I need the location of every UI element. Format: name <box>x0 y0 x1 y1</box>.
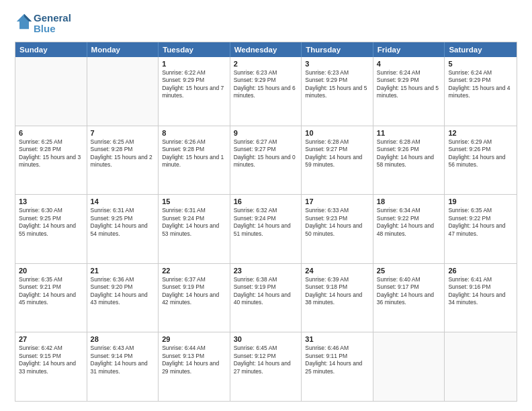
day-number: 11 <box>377 129 441 137</box>
calendar-cell-2: 2Sunrise: 6:23 AM Sunset: 9:29 PM Daylig… <box>230 57 302 126</box>
day-number: 25 <box>377 267 441 275</box>
day-number: 28 <box>91 335 155 343</box>
cell-info: Sunrise: 6:44 AM Sunset: 9:13 PM Dayligh… <box>162 345 226 375</box>
calendar-header: SundayMondayTuesdayWednesdayThursdayFrid… <box>15 42 517 57</box>
cell-info: Sunrise: 6:38 AM Sunset: 9:19 PM Dayligh… <box>234 276 298 307</box>
calendar-cell-empty <box>445 332 517 401</box>
calendar-cell-1: 1Sunrise: 6:22 AM Sunset: 9:29 PM Daylig… <box>159 57 230 126</box>
calendar-cell-6: 6Sunrise: 6:25 AM Sunset: 9:28 PM Daylig… <box>15 126 87 195</box>
calendar-cell-14: 14Sunrise: 6:31 AM Sunset: 9:25 PM Dayli… <box>87 195 159 263</box>
day-number: 26 <box>448 267 513 275</box>
calendar-cell-18: 18Sunrise: 6:34 AM Sunset: 9:22 PM Dayli… <box>373 195 445 263</box>
calendar-row-5: 27Sunrise: 6:42 AM Sunset: 9:15 PM Dayli… <box>15 332 517 401</box>
day-number: 23 <box>234 267 298 275</box>
header-day-tuesday: Tuesday <box>159 42 230 57</box>
calendar-cell-25: 25Sunrise: 6:40 AM Sunset: 9:17 PM Dayli… <box>373 264 445 332</box>
cell-info: Sunrise: 6:46 AM Sunset: 9:11 PM Dayligh… <box>305 345 369 375</box>
cell-info: Sunrise: 6:23 AM Sunset: 9:29 PM Dayligh… <box>305 69 369 100</box>
logo-icon <box>15 12 34 31</box>
day-number: 27 <box>19 335 83 343</box>
calendar-cell-11: 11Sunrise: 6:28 AM Sunset: 9:26 PM Dayli… <box>373 126 445 195</box>
header-day-friday: Friday <box>373 42 445 57</box>
calendar-cell-28: 28Sunrise: 6:43 AM Sunset: 9:14 PM Dayli… <box>87 332 159 401</box>
day-number: 21 <box>91 267 155 275</box>
calendar-cell-29: 29Sunrise: 6:44 AM Sunset: 9:13 PM Dayli… <box>159 332 230 401</box>
calendar-cell-19: 19Sunrise: 6:35 AM Sunset: 9:22 PM Dayli… <box>445 195 517 263</box>
calendar-cell-21: 21Sunrise: 6:36 AM Sunset: 9:20 PM Dayli… <box>87 264 159 332</box>
calendar-cell-20: 20Sunrise: 6:35 AM Sunset: 9:21 PM Dayli… <box>15 264 87 332</box>
calendar: SundayMondayTuesdayWednesdayThursdayFrid… <box>15 42 517 402</box>
calendar-cell-10: 10Sunrise: 6:28 AM Sunset: 9:27 PM Dayli… <box>302 126 373 195</box>
cell-info: Sunrise: 6:28 AM Sunset: 9:26 PM Dayligh… <box>377 138 441 169</box>
day-number: 14 <box>91 197 155 205</box>
day-number: 18 <box>377 197 441 205</box>
cell-info: Sunrise: 6:34 AM Sunset: 9:22 PM Dayligh… <box>377 207 441 238</box>
calendar-cell-3: 3Sunrise: 6:23 AM Sunset: 9:29 PM Daylig… <box>302 57 373 126</box>
calendar-cell-16: 16Sunrise: 6:32 AM Sunset: 9:24 PM Dayli… <box>230 195 302 263</box>
cell-info: Sunrise: 6:25 AM Sunset: 9:28 PM Dayligh… <box>19 138 83 169</box>
cell-info: Sunrise: 6:31 AM Sunset: 9:24 PM Dayligh… <box>162 207 226 238</box>
day-number: 7 <box>91 129 155 137</box>
cell-info: Sunrise: 6:39 AM Sunset: 9:18 PM Dayligh… <box>305 276 369 307</box>
calendar-cell-empty <box>373 332 445 401</box>
cell-info: Sunrise: 6:33 AM Sunset: 9:23 PM Dayligh… <box>305 207 369 238</box>
day-number: 12 <box>448 129 513 137</box>
day-number: 30 <box>234 335 298 343</box>
calendar-cell-7: 7Sunrise: 6:25 AM Sunset: 9:28 PM Daylig… <box>87 126 159 195</box>
header-day-wednesday: Wednesday <box>230 42 302 57</box>
day-number: 15 <box>162 197 226 205</box>
calendar-cell-17: 17Sunrise: 6:33 AM Sunset: 9:23 PM Dayli… <box>302 195 373 263</box>
calendar-cell-12: 12Sunrise: 6:29 AM Sunset: 9:26 PM Dayli… <box>445 126 517 195</box>
cell-info: Sunrise: 6:35 AM Sunset: 9:22 PM Dayligh… <box>448 207 513 238</box>
calendar-cell-26: 26Sunrise: 6:41 AM Sunset: 9:16 PM Dayli… <box>445 264 517 332</box>
page-header: General Blue <box>15 12 517 35</box>
cell-info: Sunrise: 6:41 AM Sunset: 9:16 PM Dayligh… <box>448 276 513 307</box>
cell-info: Sunrise: 6:35 AM Sunset: 9:21 PM Dayligh… <box>19 276 83 307</box>
cell-info: Sunrise: 6:23 AM Sunset: 9:29 PM Dayligh… <box>234 69 298 100</box>
logo: General Blue <box>15 12 71 35</box>
cell-info: Sunrise: 6:26 AM Sunset: 9:28 PM Dayligh… <box>162 138 226 169</box>
day-number: 16 <box>234 197 298 205</box>
day-number: 13 <box>19 197 83 205</box>
day-number: 3 <box>305 60 369 68</box>
calendar-row-2: 6Sunrise: 6:25 AM Sunset: 9:28 PM Daylig… <box>15 126 517 195</box>
header-day-sunday: Sunday <box>15 42 87 57</box>
cell-info: Sunrise: 6:25 AM Sunset: 9:28 PM Dayligh… <box>91 138 155 169</box>
calendar-cell-9: 9Sunrise: 6:27 AM Sunset: 9:27 PM Daylig… <box>230 126 302 195</box>
day-number: 9 <box>234 129 298 137</box>
calendar-body: 1Sunrise: 6:22 AM Sunset: 9:29 PM Daylig… <box>15 57 517 401</box>
cell-info: Sunrise: 6:29 AM Sunset: 9:26 PM Dayligh… <box>448 138 513 169</box>
calendar-cell-8: 8Sunrise: 6:26 AM Sunset: 9:28 PM Daylig… <box>159 126 230 195</box>
cell-info: Sunrise: 6:28 AM Sunset: 9:27 PM Dayligh… <box>305 138 369 169</box>
day-number: 19 <box>448 197 513 205</box>
cell-info: Sunrise: 6:36 AM Sunset: 9:20 PM Dayligh… <box>91 276 155 307</box>
cell-info: Sunrise: 6:22 AM Sunset: 9:29 PM Dayligh… <box>162 69 226 100</box>
day-number: 6 <box>19 129 83 137</box>
day-number: 2 <box>234 60 298 68</box>
calendar-cell-22: 22Sunrise: 6:37 AM Sunset: 9:19 PM Dayli… <box>159 264 230 332</box>
cell-info: Sunrise: 6:45 AM Sunset: 9:12 PM Dayligh… <box>234 345 298 375</box>
calendar-cell-23: 23Sunrise: 6:38 AM Sunset: 9:19 PM Dayli… <box>230 264 302 332</box>
cell-info: Sunrise: 6:40 AM Sunset: 9:17 PM Dayligh… <box>377 276 441 307</box>
day-number: 8 <box>162 129 226 137</box>
calendar-cell-27: 27Sunrise: 6:42 AM Sunset: 9:15 PM Dayli… <box>15 332 87 401</box>
logo-text: General Blue <box>34 13 71 35</box>
cell-info: Sunrise: 6:24 AM Sunset: 9:29 PM Dayligh… <box>377 69 441 100</box>
calendar-cell-13: 13Sunrise: 6:30 AM Sunset: 9:25 PM Dayli… <box>15 195 87 263</box>
day-number: 24 <box>305 267 369 275</box>
calendar-row-3: 13Sunrise: 6:30 AM Sunset: 9:25 PM Dayli… <box>15 194 517 263</box>
day-number: 4 <box>377 60 441 68</box>
cell-info: Sunrise: 6:42 AM Sunset: 9:15 PM Dayligh… <box>19 345 83 375</box>
day-number: 10 <box>305 129 369 137</box>
calendar-cell-empty <box>15 57 87 126</box>
cell-info: Sunrise: 6:30 AM Sunset: 9:25 PM Dayligh… <box>19 207 83 238</box>
cell-info: Sunrise: 6:32 AM Sunset: 9:24 PM Dayligh… <box>234 207 298 238</box>
day-number: 31 <box>305 335 369 343</box>
calendar-cell-15: 15Sunrise: 6:31 AM Sunset: 9:24 PM Dayli… <box>159 195 230 263</box>
header-day-monday: Monday <box>87 42 159 57</box>
cell-info: Sunrise: 6:24 AM Sunset: 9:29 PM Dayligh… <box>448 69 513 100</box>
day-number: 17 <box>305 197 369 205</box>
day-number: 1 <box>162 60 226 68</box>
calendar-cell-empty <box>87 57 159 126</box>
day-number: 29 <box>162 335 226 343</box>
